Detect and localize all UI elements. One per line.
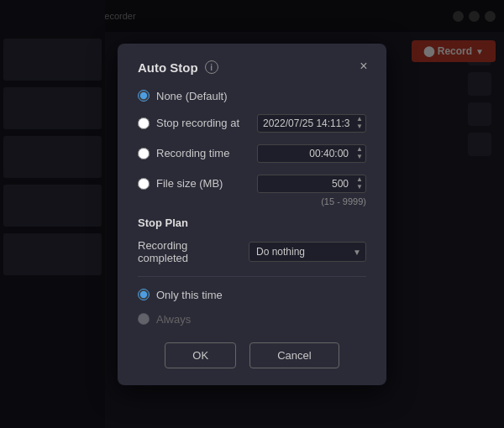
recording-time-up-arrow[interactable]: ▲ [354,146,365,153]
ok-button[interactable]: OK [165,342,236,368]
recording-completed-label: Recording completed [138,239,240,264]
always-row: Always [138,313,366,326]
recording-time-label: Recording time [156,147,229,159]
only-this-time-label: Only this time [156,289,223,301]
file-size-up-arrow[interactable]: ▲ [354,176,365,183]
file-size-row: File size (MB) ▲ ▼ [138,175,366,193]
only-this-time-radio[interactable] [138,289,150,300]
auto-stop-dialog: Auto Stop i × None (Default) Stop record… [118,44,386,385]
dialog-footer: OK Cancel [138,342,366,368]
dialog-header: Auto Stop i [138,60,366,75]
only-this-time-row: Only this time [138,289,366,301]
stop-at-radio[interactable] [138,117,150,129]
file-size-hint: (15 - 9999) [138,196,366,206]
close-button[interactable]: × [354,57,373,76]
stop-plan-select[interactable]: Do nothing Shut down Hibernate Sleep Clo… [249,242,366,262]
file-size-spinners: ▲ ▼ [354,175,365,193]
file-size-input-wrap: ▲ ▼ [257,175,366,193]
divider [138,276,366,277]
stop-at-row: Stop recording at ▲ ▼ [138,114,366,133]
recording-time-radio[interactable] [138,148,150,159]
none-radio[interactable] [138,90,150,102]
dialog-backdrop: Auto Stop i × None (Default) Stop record… [0,0,504,428]
recording-time-input[interactable] [257,144,366,163]
stop-plan-section-label: Stop Plan [138,217,366,229]
info-icon[interactable]: i [205,60,218,74]
do-nothing-select-wrap: Do nothing Shut down Hibernate Sleep Clo… [249,242,366,262]
none-option-row: None (Default) [138,90,366,102]
cancel-button[interactable]: Cancel [249,342,339,368]
file-size-down-arrow[interactable]: ▼ [354,184,365,191]
file-size-label: File size (MB) [156,177,223,190]
stop-at-spinners: ▲ ▼ [354,114,365,133]
stop-at-input[interactable] [257,114,366,133]
always-label: Always [156,313,191,326]
always-radio[interactable] [138,313,150,325]
stop-at-label: Stop recording at [156,117,239,129]
stop-at-input-wrap: ▲ ▼ [257,114,366,133]
stop-plan-row: Recording completed Do nothing Shut down… [138,239,366,264]
stop-at-up-arrow[interactable]: ▲ [354,116,365,123]
recording-time-down-arrow[interactable]: ▼ [354,154,365,160]
recording-time-spinners: ▲ ▼ [354,144,365,163]
file-size-input[interactable] [257,175,366,193]
recording-time-input-wrap: ▲ ▼ [257,144,366,163]
recording-time-row: Recording time ▲ ▼ [138,144,366,163]
stop-at-down-arrow[interactable]: ▼ [354,123,365,130]
none-label: None (Default) [156,90,228,102]
file-size-radio[interactable] [138,178,150,190]
dialog-title: Auto Stop [138,60,198,75]
